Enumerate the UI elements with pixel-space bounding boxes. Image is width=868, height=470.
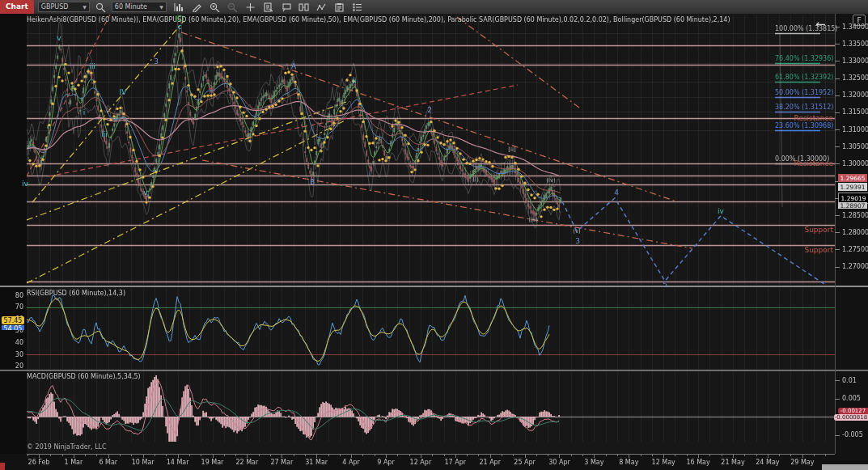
h-scrollbar[interactable] (822, 464, 868, 470)
wave-label: (iv) (546, 177, 556, 184)
time-axis-label: 10 Mar (127, 459, 159, 466)
time-axis-label: 30 Apr (544, 459, 576, 466)
add-icon[interactable] (243, 1, 258, 13)
report-icon[interactable] (332, 1, 347, 13)
support-label: Support (752, 246, 833, 254)
fib-level-label: 38.20% (1.31512) (775, 104, 833, 111)
zigzag-icon[interactable] (315, 1, 329, 13)
toolbar-icons (172, 1, 368, 13)
time-axis-label: 14 Mar (162, 459, 194, 466)
macd-line-tag: -0.00127 (838, 408, 868, 414)
time-axis-label: 12 Apr (404, 459, 437, 466)
wave-label: A (291, 62, 296, 70)
macd-scale-label: 0.01 (842, 377, 857, 384)
search-icon[interactable] (94, 1, 108, 13)
wave-label: v (143, 188, 147, 197)
rsi-indicator-label: RSI(GBPUSD (60 Minute),14,3) (27, 290, 125, 297)
time-axis-label: 27 Mar (265, 459, 298, 466)
wave-label: B (310, 178, 315, 186)
macd-scale-label: -0.005 (842, 431, 863, 438)
wave-label: ii (352, 77, 356, 85)
fib-level-label: 100.00% (1.33815) (775, 25, 837, 32)
wave-label: c (178, 23, 182, 31)
time-axis-label: 8 May (612, 459, 645, 466)
zoom-out-icon[interactable] (226, 1, 240, 13)
chart-style-icon[interactable] (172, 1, 187, 13)
rsi-scale-label: 70 (7, 303, 23, 311)
wave-label: v (57, 34, 61, 42)
wave-label: 5 (663, 281, 667, 289)
time-axis-label: 26 Feb (23, 459, 55, 466)
price-axis-label: 1.32000 (842, 91, 868, 99)
time-axis-label: 31 Mar (300, 459, 332, 466)
new-note-icon[interactable] (261, 1, 276, 13)
wave-label: (i) (472, 176, 478, 183)
support-label: Support (752, 226, 833, 234)
time-axis-label: 24 May (752, 459, 784, 466)
time-axis-label: 3 May (578, 459, 610, 466)
resistance-label: Resistance (752, 159, 833, 167)
wave-label: [ii] (508, 146, 515, 153)
wave-label: (C) (175, 15, 184, 22)
wave-label: (iii) (528, 217, 537, 223)
time-axis-label: 25 Apr (509, 459, 541, 466)
price-axis-label: 1.34000 (842, 23, 868, 31)
time-axis-label: 29 May (786, 459, 819, 466)
rsi-scale-label: 80 (7, 292, 23, 299)
time-axis-label: 4 Apr (335, 459, 367, 466)
alert-indicator (0, 463, 5, 470)
fib-level-label: 23.60% (1.30968) (775, 122, 833, 129)
wave-label: iv (22, 180, 28, 188)
macd-indicator-label: MACD(GBPUSD (60 Minute),5,34,5) (27, 373, 141, 380)
price-axis-label: 1.28500 (842, 212, 868, 219)
rsi-avg-tag: 57.45 (2, 316, 24, 324)
rsi-scale-label: 40 (7, 339, 23, 346)
time-axis-label: 16 May (682, 459, 714, 466)
instrument-selector[interactable]: GBPUSD ▼ (38, 2, 90, 12)
price-axis-label: 1.27500 (842, 246, 868, 253)
fib-level-label: 50.00% (1.31952) (775, 89, 833, 96)
macd-diff-tag: -0.0000818 (834, 414, 868, 421)
price-tag: 1.29391 (838, 183, 867, 191)
wave-label: 3 (154, 57, 159, 66)
wave-label: (v) (573, 228, 581, 235)
wave-label: iv (718, 207, 724, 215)
rsi-line-tag: 54.05 (2, 325, 24, 330)
wave-label: iii (89, 62, 95, 70)
fib-level-label: 61.80% (1.32392) (775, 74, 833, 81)
interval-selector[interactable]: 60 Minute ▼ (112, 2, 167, 12)
window-icon[interactable] (297, 1, 311, 13)
price-axis-label: 1.31000 (842, 126, 868, 133)
price-axis-label: 1.33500 (842, 40, 868, 48)
chevron-down-icon: ▼ (159, 4, 163, 10)
wave-label: i (83, 108, 86, 116)
price-axis-label: 1.31500 (842, 108, 868, 116)
wave-label: 3 (575, 237, 580, 245)
price-tag: 1.28907 (838, 202, 867, 209)
copyright: © 2019 NinjaTrader, LLC (27, 443, 107, 451)
main-indicator-label: HeikenAshi8(GBPUSD (60 Minute)), EMA(GBP… (27, 16, 730, 23)
wave-label: i (369, 170, 371, 178)
time-axis-label: 22 Mar (231, 459, 263, 466)
properties-icon[interactable] (350, 1, 365, 13)
price-tag: 1.29665 (838, 174, 867, 182)
pencil-icon[interactable] (190, 1, 205, 13)
time-axis-label: 9 Apr (370, 459, 402, 466)
time-axis-label: 1 Mar (57, 459, 90, 466)
instrument-value: GBPUSD (41, 3, 76, 11)
chevron-down-icon: ▼ (83, 4, 87, 10)
time-axis-label: 17 Apr (439, 459, 472, 466)
toolbar: Chart GBPUSD ▼ 60 Minute ▼ (0, 0, 868, 14)
price-axis-label: 1.28000 (842, 229, 868, 236)
callout-icon[interactable] (279, 1, 294, 13)
resistance-label: Resistance (752, 114, 833, 122)
price-axis-label: 1.33000 (842, 57, 868, 65)
chart-tab[interactable]: Chart (0, 0, 34, 14)
wave-label: 4 (614, 188, 619, 197)
zoom-in-icon[interactable] (208, 1, 222, 13)
price-axis-label: 1.30500 (842, 143, 868, 150)
chart-plot-canvas[interactable] (0, 0, 868, 470)
time-axis-label: 12 May (647, 459, 680, 466)
rsi-scale-label: 20 (7, 362, 23, 370)
price-axis-label: 1.27000 (842, 263, 868, 270)
